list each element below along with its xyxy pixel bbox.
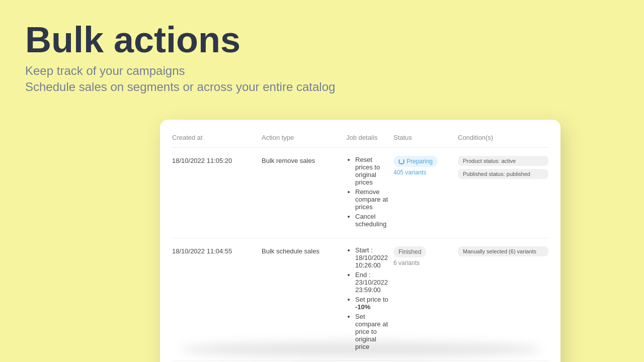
row1-action-type: Bulk remove sales xyxy=(262,156,342,164)
row2-conditions: Manually selected (6) variants xyxy=(458,246,548,256)
hero-section: Bulk actions Keep track of your campaign… xyxy=(0,0,644,104)
spinner-icon xyxy=(398,158,405,164)
status-label: Preparing xyxy=(407,158,433,165)
row2-job-details: Start : 18/10/2022 10:26:00 End : 23/10/… xyxy=(346,246,389,352)
row2-action-type: Bulk schedule sales xyxy=(262,246,342,255)
row2-status: Finished 6 variants xyxy=(393,246,454,266)
row1-detail-1: Reset prices to original prices xyxy=(355,156,389,186)
condition-tag: Manually selected (6) variants xyxy=(458,246,548,256)
status-label: Finished xyxy=(398,248,421,255)
row1-variants: 405 variants xyxy=(393,169,426,176)
status-badge-preparing: Preparing xyxy=(393,156,438,167)
hero-subtitle1: Keep track of your campaigns xyxy=(25,64,619,78)
row2-variants: 6 variants xyxy=(393,259,420,266)
status-badge-finished: Finished xyxy=(393,246,426,257)
row2-created-at: 18/10/2022 11:04:55 xyxy=(172,246,258,255)
hero-subtitle2: Schedule sales on segments or across you… xyxy=(25,80,619,94)
table-row: 18/10/2022 11:05:20 Bulk remove sales Re… xyxy=(172,148,548,238)
row2-detail-1: Start : 18/10/2022 10:26:00 xyxy=(355,246,389,269)
table-header: Created at Action type Job details Statu… xyxy=(172,130,548,148)
row1-conditions: Product status: active Published status:… xyxy=(458,156,548,179)
col-action-type: Action type xyxy=(262,134,342,141)
row2-detail-2: End : 23/10/2022 23:59:00 xyxy=(355,271,389,294)
row1-job-details: Reset prices to original prices Remove c… xyxy=(346,156,389,230)
row1-created-at: 18/10/2022 11:05:20 xyxy=(172,156,258,164)
shadow-decoration xyxy=(180,342,542,357)
row1-detail-2: Remove compare at prices xyxy=(355,188,389,211)
condition-tag: Published status: published xyxy=(458,169,548,179)
row1-detail-3: Cancel scheduling xyxy=(355,213,389,228)
row2-detail-3: Set price to -10% xyxy=(355,296,389,311)
col-conditions: Condition(s) xyxy=(458,134,548,141)
condition-tag: Product status: active xyxy=(458,156,548,166)
col-created-at: Created at xyxy=(172,134,258,141)
row1-status: Preparing 405 variants xyxy=(393,156,454,176)
col-status: Status xyxy=(393,134,454,141)
page-title: Bulk actions xyxy=(25,20,619,60)
bulk-actions-table: Created at Action type Job details Statu… xyxy=(160,120,560,362)
col-job-details: Job details xyxy=(346,134,389,141)
